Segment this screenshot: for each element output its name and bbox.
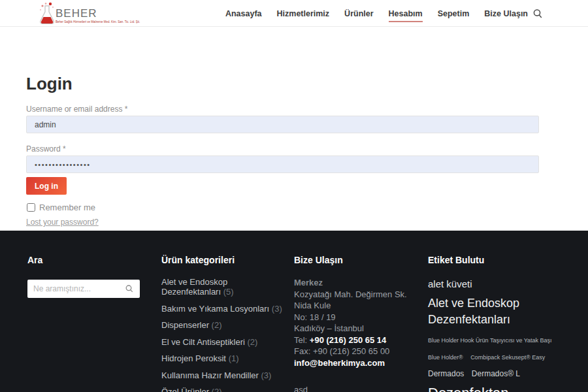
contact-fax-line: Fax: +90 (216) 250 65 00 xyxy=(294,346,418,357)
lost-password-link[interactable]: Lost your password? xyxy=(26,218,99,227)
contact-tel-label: Tel: xyxy=(294,335,310,345)
tag-link[interactable]: Alet ve Endoskop Dezenfektanları xyxy=(428,295,566,327)
nav-item-hizmetlerimiz[interactable]: Hizmetlerimiz xyxy=(277,9,330,18)
username-field[interactable] xyxy=(26,116,539,133)
login-section: Login Username or email address * Passwo… xyxy=(0,27,588,230)
footer-categories-column: Ürün kategorileri Alet ve Endoskop Dezen… xyxy=(161,255,282,392)
site-header: BEHER Beher Sağlık Hizmetleri ve Malzeme… xyxy=(0,0,588,27)
footer-tagcloud-column: Etiket Bulutu alet küveti Alet ve Endosk… xyxy=(428,255,570,392)
flask-icon xyxy=(36,2,58,25)
contact-address-1: Kozyatağı Mah. Değirmen Sk. Nida Kule xyxy=(294,289,418,312)
tag-link[interactable]: Dermados xyxy=(428,368,464,379)
tag-link[interactable]: Combipack Sekusept® Easy xyxy=(470,353,545,361)
category-count: (3) xyxy=(272,304,282,314)
contact-branch: Merkez xyxy=(294,277,418,289)
contact-email-link[interactable]: info@beherkimya.com xyxy=(294,357,418,369)
nav-item-bize-ulasin[interactable]: Bize Ulaşın xyxy=(484,9,528,18)
category-link[interactable]: Alet ve Endoskop Dezenfektanları (5) xyxy=(161,277,282,297)
tag-link[interactable]: alet küveti xyxy=(428,278,472,291)
remember-me-label: Remember me xyxy=(39,203,95,212)
nav-item-urunler[interactable]: Ürünler xyxy=(344,9,373,18)
tag-link[interactable]: Dezenfektan xyxy=(428,384,509,392)
category-count: (5) xyxy=(223,287,234,297)
password-field[interactable] xyxy=(26,155,539,173)
category-link[interactable]: Bakım ve Yıkama Losyonları (3) xyxy=(161,304,282,314)
category-link[interactable]: Dispenserler (2) xyxy=(161,320,282,330)
search-icon[interactable] xyxy=(532,8,544,20)
category-count: (2) xyxy=(212,387,222,392)
site-footer: Ara Ürün kategorileri Alet ve Endoskop D… xyxy=(0,231,588,392)
tag-link[interactable]: Dermados® L xyxy=(472,368,520,379)
category-count: (2) xyxy=(212,320,222,330)
nav-item-hesabim[interactable]: Hesabım xyxy=(389,9,423,18)
logo-tagline: Beher Sağlık Hizmetleri ve Malzeme Med. … xyxy=(56,20,140,24)
category-count: (1) xyxy=(229,353,239,363)
tag-link[interactable]: Blue Holder® xyxy=(428,353,463,361)
contact-tel-line: Tel: +90 (216) 250 65 14 xyxy=(294,335,418,346)
footer-search-icon[interactable] xyxy=(125,284,134,293)
footer-search-column: Ara xyxy=(27,255,140,298)
contact-address-3: Kadıköy – İstanbul xyxy=(294,323,418,335)
footer-categories-title: Ürün kategorileri xyxy=(161,255,282,265)
site-logo[interactable]: BEHER Beher Sağlık Hizmetleri ve Malzeme… xyxy=(36,2,140,25)
remember-me-row: Remember me xyxy=(27,203,95,212)
category-link[interactable]: Özel Ürünler (2) xyxy=(161,387,282,392)
footer-search-title: Ara xyxy=(27,255,140,265)
contact-tel-number[interactable]: +90 (216) 250 65 14 xyxy=(310,335,386,345)
footer-contact-title: Bize Ulaşın xyxy=(294,255,418,265)
password-label: Password * xyxy=(26,144,66,154)
main-nav: Anasayfa Hizmetlerimiz Ürünler Hesabım S… xyxy=(225,0,528,27)
footer-tagcloud-title: Etiket Bulutu xyxy=(428,255,570,265)
nav-item-sepetim[interactable]: Sepetim xyxy=(438,9,470,18)
tag-link[interactable]: Blue Holder Hook Ürün Taşıyıcısı ve Yata… xyxy=(428,336,552,344)
tag-link[interactable]: Dispenserler xyxy=(516,389,564,392)
category-link[interactable]: Kullanıma Hazır Mendiller (3) xyxy=(161,370,282,380)
category-link[interactable]: El ve Cilt Antiseptikleri (2) xyxy=(161,337,282,347)
username-label: Username or email address * xyxy=(26,105,127,114)
remember-me-checkbox[interactable] xyxy=(27,203,35,212)
nav-item-anasayfa[interactable]: Anasayfa xyxy=(225,9,262,18)
logo-name: BEHER xyxy=(56,8,140,19)
category-link[interactable]: Hidrojen Peroksit (1) xyxy=(161,353,282,363)
footer-contact-column: Bize Ulaşın Merkez Kozyatağı Mah. Değirm… xyxy=(294,255,418,392)
login-button[interactable]: Log in xyxy=(26,177,67,195)
category-count: (3) xyxy=(261,370,271,380)
contact-note: asd xyxy=(294,384,418,392)
tag-cloud: alet küveti Alet ve Endoskop Dezenfektan… xyxy=(428,277,570,392)
footer-search-box xyxy=(27,280,140,298)
footer-search-input[interactable] xyxy=(33,284,125,293)
page-title: Login xyxy=(26,74,73,94)
category-count: (2) xyxy=(248,337,258,347)
contact-address-2: No: 18 / 19 xyxy=(294,312,418,323)
